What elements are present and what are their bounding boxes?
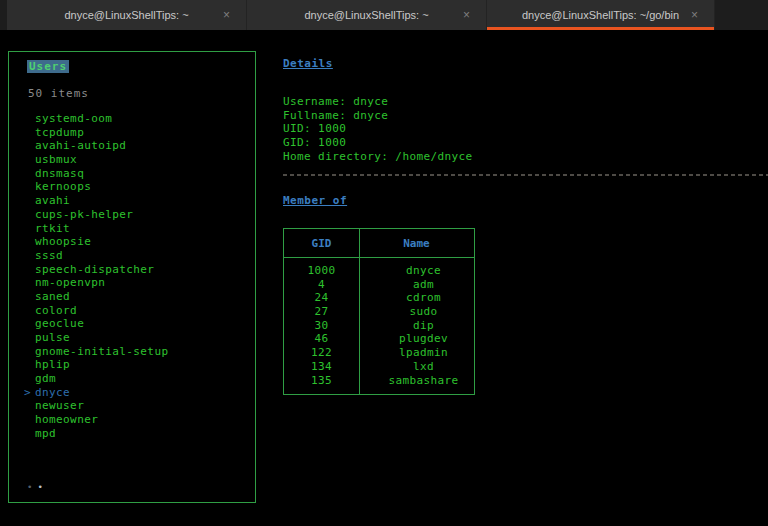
username-label: dnsmasq: [35, 167, 84, 181]
cell-name: lpadmin: [359, 346, 474, 360]
selected-marker: >: [21, 386, 35, 400]
user-list-item[interactable]: kernoops: [21, 180, 251, 194]
user-list-item[interactable]: hplip: [21, 358, 251, 372]
selected-marker: [21, 167, 35, 181]
cell-gid: 30: [284, 319, 359, 333]
user-list-item[interactable]: mpd: [21, 427, 251, 441]
user-list: systemd-oomtcpdumpavahi-autoipdusbmuxdns…: [21, 112, 251, 441]
selected-marker: [21, 139, 35, 153]
selected-marker: [21, 222, 35, 236]
tab-terminal-2[interactable]: dnyce@LinuxShellTips: ~ ×: [247, 0, 487, 30]
tab-terminal-1[interactable]: dnyce@LinuxShellTips: ~ ×: [7, 0, 247, 30]
table-row: 27sudo: [284, 305, 474, 319]
member-of-table: GID Name 1000dnyce4adm24cdrom27sudo30dip…: [283, 228, 475, 395]
selected-marker: [21, 413, 35, 427]
username-label: rtkit: [35, 222, 70, 236]
username-label: geoclue: [35, 317, 84, 331]
tab-title: dnyce@LinuxShellTips: ~: [64, 9, 188, 21]
selected-marker: [21, 249, 35, 263]
username-label: dnyce: [35, 386, 70, 400]
user-list-item[interactable]: rtkit: [21, 222, 251, 236]
username-label: hplip: [35, 358, 70, 372]
cell-name: cdrom: [359, 291, 474, 305]
selected-marker: [21, 235, 35, 249]
cell-gid: 24: [284, 291, 359, 305]
details-line: Home directory: /home/dnyce: [283, 150, 473, 164]
users-panel-title[interactable]: Users: [27, 60, 69, 73]
cell-gid: 135: [284, 374, 359, 388]
selected-marker: [21, 126, 35, 140]
user-list-item[interactable]: systemd-oom: [21, 112, 251, 126]
user-list-item[interactable]: homeowner: [21, 413, 251, 427]
table-row: 1000dnyce: [284, 264, 474, 278]
details-line: GID: 1000: [283, 136, 473, 150]
user-list-item[interactable]: nm-openvpn: [21, 276, 251, 290]
username-label: tcpdump: [35, 126, 84, 140]
table-row: 46plugdev: [284, 332, 474, 346]
selected-marker: [21, 180, 35, 194]
selected-marker: [21, 427, 35, 441]
selected-marker: [21, 358, 35, 372]
selected-marker: [21, 345, 35, 359]
user-list-item[interactable]: geoclue: [21, 317, 251, 331]
user-list-item[interactable]: pulse: [21, 331, 251, 345]
users-count-label: 50 items: [28, 87, 89, 100]
user-list-item[interactable]: gdm: [21, 372, 251, 386]
selected-marker: [21, 290, 35, 304]
cell-name: plugdev: [359, 332, 474, 346]
cell-gid: 4: [284, 278, 359, 292]
cell-gid: 1000: [284, 264, 359, 278]
cell-name: lxd: [359, 360, 474, 374]
username-label: gdm: [35, 372, 56, 386]
terminal-window: dnyce@LinuxShellTips: ~ × dnyce@LinuxShe…: [0, 0, 768, 526]
table-row: 134lxd: [284, 360, 474, 374]
user-list-item[interactable]: cups-pk-helper: [21, 208, 251, 222]
tab-terminal-3-active[interactable]: dnyce@LinuxShellTips: ~/go/bin ×: [487, 0, 715, 30]
details-lines: Username: dnyceFullname: dnyceUID: 1000G…: [283, 95, 473, 163]
user-list-item[interactable]: saned: [21, 290, 251, 304]
user-list-item[interactable]: tcpdump: [21, 126, 251, 140]
selected-marker: [21, 263, 35, 277]
username-label: pulse: [35, 331, 70, 345]
user-list-item[interactable]: >dnyce: [21, 386, 251, 400]
close-icon[interactable]: ×: [463, 9, 470, 21]
user-list-item[interactable]: colord: [21, 304, 251, 318]
selected-marker: [21, 399, 35, 413]
cell-gid: 134: [284, 360, 359, 374]
user-list-item[interactable]: speech-dispatcher: [21, 263, 251, 277]
username-label: sssd: [35, 249, 63, 263]
details-line: Username: dnyce: [283, 95, 473, 109]
close-icon[interactable]: ×: [223, 9, 230, 21]
username-label: avahi-autoipd: [35, 139, 126, 153]
selected-marker: [21, 276, 35, 290]
cell-name: dip: [359, 319, 474, 333]
user-list-item[interactable]: newuser: [21, 399, 251, 413]
cell-name: dnyce: [359, 264, 474, 278]
username-label: whoopsie: [35, 235, 91, 249]
username-label: newuser: [35, 399, 84, 413]
table-header-name: Name: [359, 237, 474, 250]
user-list-item[interactable]: avahi-autoipd: [21, 139, 251, 153]
terminal-tab-bar: dnyce@LinuxShellTips: ~ × dnyce@LinuxShe…: [0, 0, 768, 30]
user-list-item[interactable]: usbmux: [21, 153, 251, 167]
cell-gid: 27: [284, 305, 359, 319]
close-icon[interactable]: ×: [691, 9, 698, 21]
selected-marker: [21, 194, 35, 208]
user-list-item[interactable]: avahi: [21, 194, 251, 208]
table-row: 122lpadmin: [284, 346, 474, 360]
user-list-item[interactable]: sssd: [21, 249, 251, 263]
selected-marker: [21, 317, 35, 331]
username-label: kernoops: [35, 180, 91, 194]
table-body: 1000dnyce4adm24cdrom27sudo30dip46plugdev…: [284, 258, 474, 394]
tab-title: dnyce@LinuxShellTips: ~: [304, 9, 428, 21]
cell-name: adm: [359, 278, 474, 292]
cell-name: sambashare: [359, 374, 474, 388]
cell-name: sudo: [359, 305, 474, 319]
selected-marker: [21, 112, 35, 126]
user-list-item[interactable]: whoopsie: [21, 235, 251, 249]
tabbar-left-spacer: [0, 0, 7, 30]
details-line: Fullname: dnyce: [283, 109, 473, 123]
user-list-item[interactable]: dnsmasq: [21, 167, 251, 181]
user-list-item[interactable]: gnome-initial-setup: [21, 345, 251, 359]
member-of-section-title: Member of: [283, 194, 347, 207]
